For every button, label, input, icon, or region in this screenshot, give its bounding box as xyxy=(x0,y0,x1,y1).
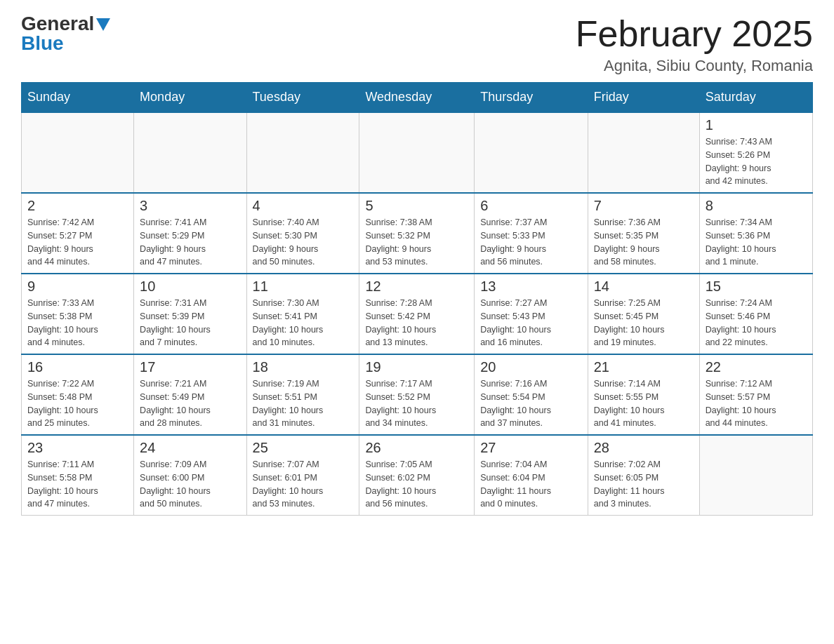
day-number: 20 xyxy=(480,359,582,375)
day-number: 14 xyxy=(594,279,694,295)
day-number: 3 xyxy=(140,198,240,214)
calendar-cell: 2Sunrise: 7:42 AMSunset: 5:27 PMDaylight… xyxy=(22,193,134,274)
day-number: 18 xyxy=(253,359,354,375)
day-number: 10 xyxy=(140,279,240,295)
day-number: 2 xyxy=(27,198,128,214)
calendar-cell xyxy=(699,435,812,516)
day-number: 24 xyxy=(140,440,240,456)
day-info: Sunrise: 7:19 AMSunset: 5:51 PMDaylight:… xyxy=(253,377,354,430)
day-info: Sunrise: 7:09 AMSunset: 6:00 PMDaylight:… xyxy=(140,458,240,511)
day-number: 22 xyxy=(706,359,807,375)
day-info: Sunrise: 7:24 AMSunset: 5:46 PMDaylight:… xyxy=(706,297,807,349)
calendar-cell xyxy=(475,112,588,193)
calendar-cell: 3Sunrise: 7:41 AMSunset: 5:29 PMDaylight… xyxy=(134,193,246,274)
title-section: February 2025 Agnita, Sibiu County, Roma… xyxy=(576,14,813,75)
header-friday: Friday xyxy=(588,83,699,113)
calendar-cell: 23Sunrise: 7:11 AMSunset: 5:58 PMDayligh… xyxy=(22,435,134,516)
day-number: 4 xyxy=(253,198,354,214)
calendar-cell: 13Sunrise: 7:27 AMSunset: 5:43 PMDayligh… xyxy=(475,274,588,354)
day-number: 12 xyxy=(365,279,468,295)
day-number: 6 xyxy=(480,198,582,214)
calendar-cell: 18Sunrise: 7:19 AMSunset: 5:51 PMDayligh… xyxy=(246,354,359,435)
calendar-table: SundayMondayTuesdayWednesdayThursdayFrid… xyxy=(21,82,813,516)
day-number: 13 xyxy=(480,279,582,295)
header-thursday: Thursday xyxy=(475,83,588,113)
day-info: Sunrise: 7:17 AMSunset: 5:52 PMDaylight:… xyxy=(365,377,468,430)
day-info: Sunrise: 7:11 AMSunset: 5:58 PMDaylight:… xyxy=(27,458,128,511)
day-number: 11 xyxy=(253,279,354,295)
calendar-cell: 8Sunrise: 7:34 AMSunset: 5:36 PMDaylight… xyxy=(699,193,812,274)
day-number: 28 xyxy=(594,440,694,456)
day-number: 15 xyxy=(706,279,807,295)
day-info: Sunrise: 7:36 AMSunset: 5:35 PMDaylight:… xyxy=(594,216,694,269)
day-info: Sunrise: 7:02 AMSunset: 6:05 PMDaylight:… xyxy=(594,458,694,511)
header-wednesday: Wednesday xyxy=(359,83,475,113)
calendar-cell: 27Sunrise: 7:04 AMSunset: 6:04 PMDayligh… xyxy=(475,435,588,516)
header-sunday: Sunday xyxy=(22,83,134,113)
day-info: Sunrise: 7:21 AMSunset: 5:49 PMDaylight:… xyxy=(140,377,240,430)
day-info: Sunrise: 7:25 AMSunset: 5:45 PMDaylight:… xyxy=(594,297,694,349)
header-monday: Monday xyxy=(134,83,246,113)
calendar-cell xyxy=(588,112,699,193)
day-info: Sunrise: 7:12 AMSunset: 5:57 PMDaylight:… xyxy=(706,377,807,430)
calendar-cell: 4Sunrise: 7:40 AMSunset: 5:30 PMDaylight… xyxy=(246,193,359,274)
calendar-cell xyxy=(359,112,475,193)
day-number: 25 xyxy=(253,440,354,456)
day-number: 17 xyxy=(140,359,240,375)
day-number: 23 xyxy=(27,440,128,456)
calendar-cell: 14Sunrise: 7:25 AMSunset: 5:45 PMDayligh… xyxy=(588,274,699,354)
day-number: 5 xyxy=(365,198,468,214)
week-row-3: 9Sunrise: 7:33 AMSunset: 5:38 PMDaylight… xyxy=(22,274,813,354)
week-row-2: 2Sunrise: 7:42 AMSunset: 5:27 PMDaylight… xyxy=(22,193,813,274)
calendar-cell xyxy=(246,112,359,193)
week-row-4: 16Sunrise: 7:22 AMSunset: 5:48 PMDayligh… xyxy=(22,354,813,435)
logo: General Blue xyxy=(21,14,110,53)
day-number: 1 xyxy=(706,117,807,133)
calendar-cell: 19Sunrise: 7:17 AMSunset: 5:52 PMDayligh… xyxy=(359,354,475,435)
calendar-cell: 26Sunrise: 7:05 AMSunset: 6:02 PMDayligh… xyxy=(359,435,475,516)
day-info: Sunrise: 7:28 AMSunset: 5:42 PMDaylight:… xyxy=(365,297,468,349)
calendar-cell: 1Sunrise: 7:43 AMSunset: 5:26 PMDaylight… xyxy=(699,112,812,193)
day-info: Sunrise: 7:04 AMSunset: 6:04 PMDaylight:… xyxy=(480,458,582,511)
logo-blue: Blue xyxy=(21,34,64,53)
week-row-5: 23Sunrise: 7:11 AMSunset: 5:58 PMDayligh… xyxy=(22,435,813,516)
calendar-subtitle: Agnita, Sibiu County, Romania xyxy=(576,57,813,75)
calendar-cell xyxy=(22,112,134,193)
day-info: Sunrise: 7:31 AMSunset: 5:39 PMDaylight:… xyxy=(140,297,240,349)
day-number: 19 xyxy=(365,359,468,375)
day-info: Sunrise: 7:22 AMSunset: 5:48 PMDaylight:… xyxy=(27,377,128,430)
calendar-cell: 17Sunrise: 7:21 AMSunset: 5:49 PMDayligh… xyxy=(134,354,246,435)
day-info: Sunrise: 7:33 AMSunset: 5:38 PMDaylight:… xyxy=(27,297,128,349)
day-number: 7 xyxy=(594,198,694,214)
calendar-cell: 24Sunrise: 7:09 AMSunset: 6:00 PMDayligh… xyxy=(134,435,246,516)
day-number: 8 xyxy=(706,198,807,214)
calendar-cell: 25Sunrise: 7:07 AMSunset: 6:01 PMDayligh… xyxy=(246,435,359,516)
logo-triangle-icon xyxy=(96,18,110,31)
calendar-cell: 15Sunrise: 7:24 AMSunset: 5:46 PMDayligh… xyxy=(699,274,812,354)
day-info: Sunrise: 7:40 AMSunset: 5:30 PMDaylight:… xyxy=(253,216,354,269)
day-info: Sunrise: 7:38 AMSunset: 5:32 PMDaylight:… xyxy=(365,216,468,269)
svg-marker-0 xyxy=(96,18,110,31)
logo-general: General xyxy=(21,14,94,34)
calendar-header-row: SundayMondayTuesdayWednesdayThursdayFrid… xyxy=(22,83,813,113)
header-saturday: Saturday xyxy=(699,83,812,113)
day-info: Sunrise: 7:14 AMSunset: 5:55 PMDaylight:… xyxy=(594,377,694,430)
day-info: Sunrise: 7:16 AMSunset: 5:54 PMDaylight:… xyxy=(480,377,582,430)
calendar-cell: 11Sunrise: 7:30 AMSunset: 5:41 PMDayligh… xyxy=(246,274,359,354)
day-info: Sunrise: 7:43 AMSunset: 5:26 PMDaylight:… xyxy=(706,135,807,188)
day-info: Sunrise: 7:07 AMSunset: 6:01 PMDaylight:… xyxy=(253,458,354,511)
calendar-title: February 2025 xyxy=(576,14,813,54)
calendar-cell: 10Sunrise: 7:31 AMSunset: 5:39 PMDayligh… xyxy=(134,274,246,354)
calendar-cell: 21Sunrise: 7:14 AMSunset: 5:55 PMDayligh… xyxy=(588,354,699,435)
calendar-cell xyxy=(134,112,246,193)
calendar-cell: 5Sunrise: 7:38 AMSunset: 5:32 PMDaylight… xyxy=(359,193,475,274)
calendar-cell: 9Sunrise: 7:33 AMSunset: 5:38 PMDaylight… xyxy=(22,274,134,354)
day-info: Sunrise: 7:30 AMSunset: 5:41 PMDaylight:… xyxy=(253,297,354,349)
day-number: 9 xyxy=(27,279,128,295)
calendar-cell: 28Sunrise: 7:02 AMSunset: 6:05 PMDayligh… xyxy=(588,435,699,516)
calendar-cell: 20Sunrise: 7:16 AMSunset: 5:54 PMDayligh… xyxy=(475,354,588,435)
calendar-cell: 16Sunrise: 7:22 AMSunset: 5:48 PMDayligh… xyxy=(22,354,134,435)
calendar-cell: 6Sunrise: 7:37 AMSunset: 5:33 PMDaylight… xyxy=(475,193,588,274)
header-tuesday: Tuesday xyxy=(246,83,359,113)
day-info: Sunrise: 7:41 AMSunset: 5:29 PMDaylight:… xyxy=(140,216,240,269)
